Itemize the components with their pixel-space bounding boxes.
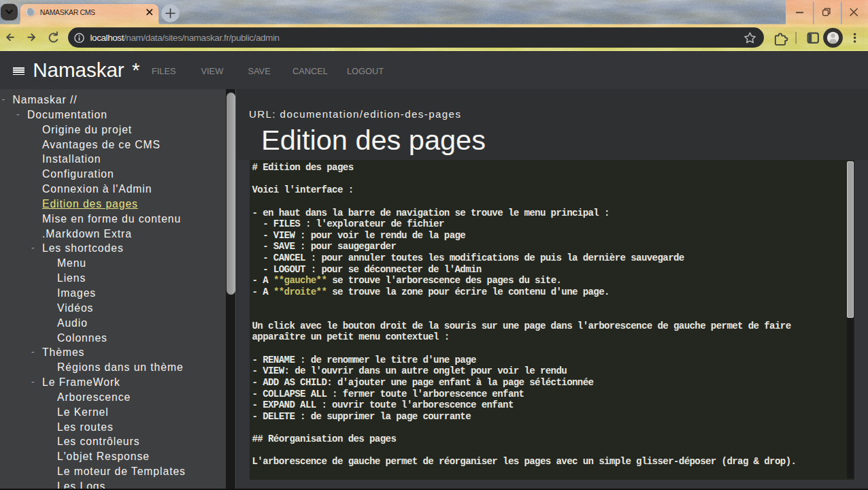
svg-text:NAMASKAR CMS: NAMASKAR CMS: [40, 8, 95, 16]
svg-text:localhost/nam/data/sites/namas: localhost/nam/data/sites/namaskar.fr/pub…: [90, 33, 280, 43]
